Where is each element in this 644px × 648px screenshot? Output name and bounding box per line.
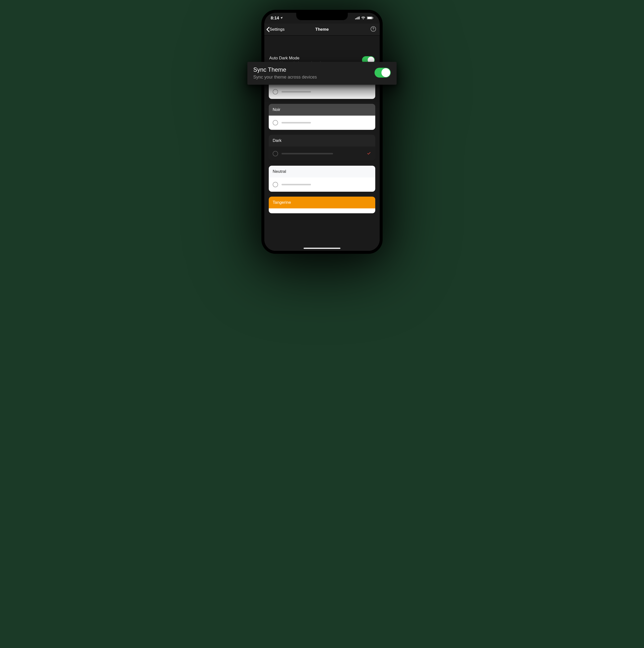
battery-icon: [367, 16, 373, 20]
wifi-icon: [361, 16, 366, 20]
phone-frame: 8:14: [261, 10, 383, 254]
svg-rect-6: [373, 17, 373, 19]
back-label: Settings: [269, 27, 284, 32]
sync-theme-sub: Sync your theme across devices: [253, 74, 317, 80]
svg-point-8: [373, 30, 374, 31]
svg-rect-1: [356, 18, 357, 19]
location-icon: [280, 16, 283, 20]
notch: [296, 13, 348, 20]
home-indicator[interactable]: [304, 248, 340, 249]
svg-rect-0: [355, 18, 356, 19]
radio-icon: [273, 182, 278, 187]
back-button[interactable]: Settings: [266, 27, 284, 32]
theme-option-tangerine[interactable]: Tangerine: [269, 197, 375, 213]
chevron-left-icon: [266, 27, 270, 32]
theme-list: Todoist Noir Dark: [264, 68, 380, 213]
sync-theme-row: Sync Theme Sync your theme across device…: [248, 62, 396, 85]
theme-preview: [269, 85, 375, 99]
toggle-knob: [381, 68, 390, 77]
theme-preview: [269, 116, 375, 130]
cellular-signal-icon: [355, 16, 360, 20]
svg-rect-3: [359, 16, 360, 19]
radio-icon: [273, 120, 278, 125]
theme-label: Tangerine: [269, 197, 375, 208]
theme-label: Dark: [269, 135, 375, 147]
check-icon: [367, 151, 371, 157]
radio-icon: [273, 89, 278, 95]
status-time: 8:14: [271, 16, 279, 20]
help-icon: [370, 26, 376, 32]
theme-option-neutral[interactable]: Neutral: [269, 166, 375, 192]
theme-preview: [269, 208, 375, 213]
svg-rect-5: [367, 17, 372, 19]
sync-theme-toggle[interactable]: [375, 68, 391, 77]
sync-theme-title: Sync Theme: [253, 66, 317, 73]
help-button[interactable]: [370, 26, 376, 33]
theme-preview: [269, 147, 375, 161]
theme-label: Noir: [269, 104, 375, 116]
screen: 8:14: [264, 13, 380, 251]
theme-label: Neutral: [269, 166, 375, 177]
auto-dark-title: Auto Dark Mode: [269, 56, 322, 61]
theme-option-noir[interactable]: Noir: [269, 104, 375, 130]
nav-bar: Settings Theme: [264, 23, 380, 36]
theme-option-dark[interactable]: Dark: [269, 135, 375, 161]
theme-preview: [269, 177, 375, 192]
radio-icon: [273, 151, 278, 156]
svg-rect-2: [358, 17, 358, 19]
page-title: Theme: [315, 27, 329, 32]
